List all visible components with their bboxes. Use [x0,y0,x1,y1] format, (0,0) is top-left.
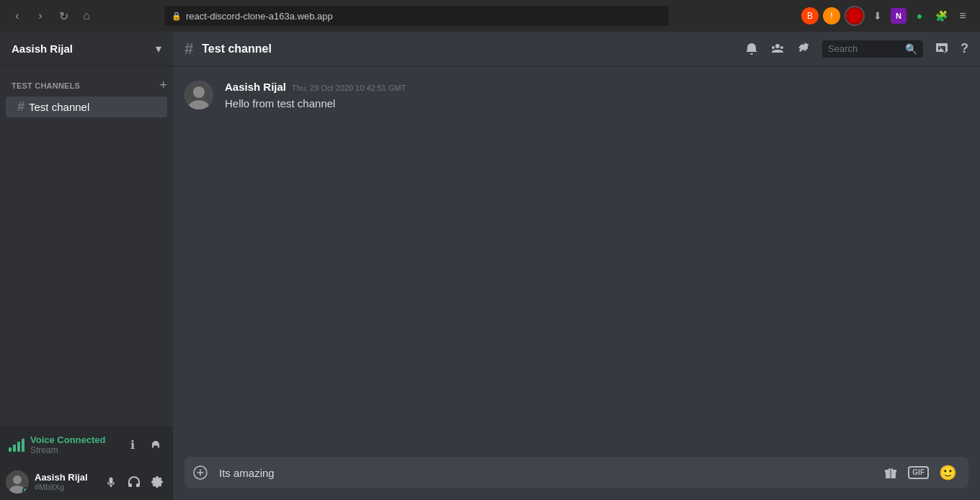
category-name: Test Channels [12,81,80,90]
voice-info-button[interactable]: ℹ [124,437,141,454]
menu-icon[interactable]: ≡ [954,7,971,24]
user-controls [101,472,167,492]
message-timestamp: Thu, 29 Oct 2020 10:42:51 GMT [292,84,406,92]
voice-info: Voice Connected Stream [9,434,106,455]
settings-button[interactable] [147,472,167,492]
members-button[interactable] [770,42,785,56]
alert-icon[interactable]: ! [823,7,840,24]
channel-name: Test channel [29,101,89,113]
user-avatar [6,470,29,494]
main-content: # Test channel [173,32,980,500]
url-text: react-discord-clone-a163a.web.app [186,11,333,22]
spotify-icon[interactable]: ● [911,7,928,24]
svg-rect-3 [110,486,112,487]
browser-chrome: ‹ › ↻ ⌂ 🔒 react-discord-clone-a163a.web.… [0,0,980,32]
voice-connected-label: Voice Connected [30,434,106,445]
user-discriminator: #Mb8Xg [35,483,95,491]
signal-icon [9,439,24,452]
server-name: Aasish Rijal [12,43,73,55]
voice-text: Voice Connected Stream [30,434,106,455]
inbox-button[interactable] [935,42,949,56]
server-chevron-icon: ▾ [156,42,161,55]
refresh-button[interactable]: ↻ [55,7,72,24]
svg-point-1 [13,476,22,484]
voice-stream-label: Stream [30,445,106,455]
brave-icon[interactable]: B [801,7,819,24]
onenote-icon[interactable]: N [891,8,906,24]
forward-button[interactable]: › [32,7,49,24]
voice-disconnect-button[interactable] [147,437,164,454]
lock-icon: 🔒 [172,12,182,21]
voice-actions: ℹ [124,437,164,454]
bell-button[interactable] [744,42,759,56]
svg-point-5 [193,86,205,98]
message-input-area: GIF 🙂 [173,457,980,500]
sidebar: Aasish Rijal ▾ Test Channels + # Test ch… [0,32,173,500]
address-bar[interactable]: 🔒 react-discord-clone-a163a.web.app [164,6,669,26]
message-item: Aasish Rijal Thu, 29 Oct 2020 10:42:51 G… [184,78,968,114]
message-input-container: GIF 🙂 [184,457,968,488]
status-dot [22,487,29,494]
message-content: Aasish Rijal Thu, 29 Oct 2020 10:42:51 G… [225,81,968,111]
add-channel-button[interactable]: + [159,78,167,93]
search-placeholder: Search [828,43,899,54]
emoji-button[interactable]: 🙂 [939,464,957,481]
header-actions: Search 🔍 ? [744,40,968,58]
channel-section: Test Channels + # Test channel [0,66,173,427]
user-info: Aasish Rijal #Mb8Xg [35,472,95,491]
pin-button[interactable] [796,42,811,56]
mic-button[interactable] [101,472,121,492]
voice-connected-bar: Voice Connected Stream ℹ [0,427,173,463]
channel-category-test[interactable]: Test Channels + [0,78,173,96]
gift-button[interactable] [883,465,898,480]
voice-connected-top: Voice Connected Stream ℹ [9,434,164,455]
message-avatar [184,81,213,110]
channel-hash-header: # [184,40,193,58]
search-bar[interactable]: Search 🔍 [822,40,923,58]
app-container: Aasish Rijal ▾ Test Channels + # Test ch… [0,32,980,500]
chat-header: # Test channel [173,32,980,66]
channel-title: Test channel [202,43,272,55]
server-header[interactable]: Aasish Rijal ▾ [0,32,173,66]
message-text: Hello from test channel [225,96,968,111]
add-attachment-button[interactable] [187,460,213,486]
channel-hash-icon: # [17,99,24,115]
back-button[interactable]: ‹ [9,7,26,24]
user-ext-icon[interactable] [845,6,865,26]
channel-item-test[interactable]: # Test channel [6,97,167,117]
message-header: Aasish Rijal Thu, 29 Oct 2020 10:42:51 G… [225,81,968,93]
messages-area: Aasish Rijal Thu, 29 Oct 2020 10:42:51 G… [173,66,980,457]
user-panel: Aasish Rijal #Mb8Xg [0,463,173,500]
home-button[interactable]: ⌂ [78,7,95,24]
headphones-button[interactable] [124,472,144,492]
username: Aasish Rijal [35,472,95,483]
message-input-actions: GIF 🙂 [883,464,957,481]
message-input[interactable] [213,460,883,486]
search-icon: 🔍 [905,43,917,55]
gif-button[interactable]: GIF [908,466,929,479]
download-icon[interactable]: ⬇ [869,7,886,24]
puzzle-icon[interactable]: 🧩 [932,7,950,24]
browser-extensions: B ! ⬇ N ● 🧩 ≡ [801,6,971,26]
help-button[interactable]: ? [961,41,968,56]
message-author: Aasish Rijal [225,81,286,93]
